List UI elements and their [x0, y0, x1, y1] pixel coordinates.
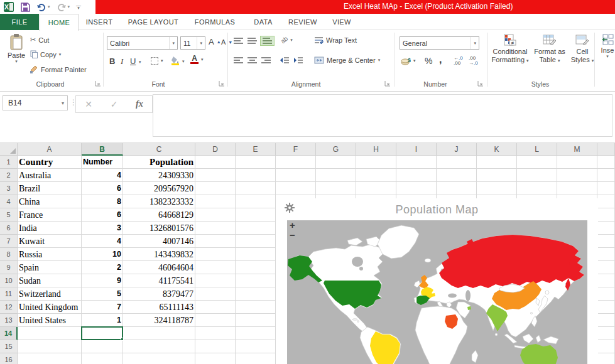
cell-A1[interactable]: Country	[19, 156, 80, 169]
save-button[interactable]	[21, 3, 30, 12]
row-header-12[interactable]: 12	[0, 301, 18, 314]
column-header-C[interactable]: C	[123, 143, 195, 156]
borders-button[interactable]: ▾	[151, 57, 163, 65]
cell-A5[interactable]: France	[19, 208, 80, 222]
row-header-4[interactable]: 4	[0, 195, 18, 208]
row-header-9[interactable]: 9	[0, 261, 18, 274]
format-as-table-dropdown-icon[interactable]: ▾	[558, 58, 560, 63]
customize-qat-button[interactable]: —▾	[76, 4, 81, 9]
cell-A11[interactable]: Switzerland	[19, 287, 80, 301]
cell-C11[interactable]: 8379477	[124, 287, 193, 301]
column-header-I[interactable]: I	[396, 143, 437, 156]
cell-A3[interactable]: Brazil	[19, 182, 80, 195]
cell-C8[interactable]: 143439832	[124, 248, 193, 261]
name-box[interactable]: B14 ▾	[3, 95, 68, 110]
cell-C3[interactable]: 209567920	[124, 182, 193, 195]
alignment-dialog-launcher[interactable]	[384, 80, 391, 87]
fill-color-button[interactable]: ▾	[171, 56, 185, 67]
cell-C9[interactable]: 46064604	[124, 261, 193, 274]
cell-A7[interactable]: Kuwait	[19, 235, 80, 248]
cell-A6[interactable]: India	[19, 222, 80, 235]
cut-button[interactable]: ✂ Cut	[30, 36, 49, 44]
number-format-select[interactable]: General▾	[400, 36, 479, 50]
align-left-button[interactable]	[233, 56, 244, 64]
paste-dropdown-icon[interactable]: ▾	[5, 59, 28, 64]
percent-style-button[interactable]: %	[425, 56, 432, 66]
font-family-select[interactable]: Calibri▾	[107, 36, 178, 50]
cell-B4[interactable]: 8	[83, 195, 121, 208]
undo-dropdown-icon[interactable]: ▾	[48, 4, 50, 9]
selected-cell-B14[interactable]	[81, 326, 123, 340]
column-header-E[interactable]: E	[236, 143, 276, 156]
underline-dropdown-icon[interactable]: ▾	[139, 60, 141, 65]
cell-B5[interactable]: 6	[83, 208, 121, 222]
cell-B6[interactable]: 3	[83, 222, 121, 235]
cell-C10[interactable]: 41175541	[124, 274, 193, 287]
country-kuwait[interactable]	[467, 306, 471, 310]
row-header-5[interactable]: 5	[0, 208, 18, 222]
tab-review[interactable]: REVIEW	[286, 14, 319, 30]
insert-function-icon[interactable]: fx	[136, 99, 143, 109]
row-header-1[interactable]: 1	[0, 156, 18, 169]
row-header-15[interactable]: 15	[0, 340, 18, 353]
cell-C12[interactable]: 65111143	[124, 301, 193, 314]
italic-button[interactable]: I	[121, 56, 123, 67]
undo-button[interactable]: ▾	[36, 3, 50, 11]
fill-color-dropdown-icon[interactable]: ▾	[182, 59, 185, 64]
cell-B13[interactable]: 1	[83, 314, 121, 327]
increase-font-button[interactable]: A▲	[209, 37, 221, 46]
underline-button[interactable]: U	[130, 56, 136, 66]
font-color-button[interactable]: A ▾	[190, 55, 204, 64]
cell-B1[interactable]: Number	[83, 156, 121, 169]
column-header-A[interactable]: A	[18, 143, 82, 156]
accounting-format-button[interactable]: $ ▾	[401, 56, 416, 65]
cell-B10[interactable]: 9	[83, 274, 121, 287]
tab-formulas[interactable]: FORMULAS	[190, 14, 240, 30]
conditional-formatting-dropdown-icon[interactable]: ▾	[526, 58, 529, 63]
align-top-button[interactable]	[233, 37, 244, 45]
wrap-text-button[interactable]: Wrap Text	[314, 36, 357, 44]
font-dialog-launcher[interactable]	[219, 80, 225, 87]
select-all-corner[interactable]	[0, 143, 18, 156]
column-header-M[interactable]: M	[557, 143, 597, 156]
cell-B12[interactable]: 7	[83, 301, 121, 314]
cell-A2[interactable]: Australia	[19, 169, 80, 182]
orientation-dropdown-icon[interactable]: ▾	[290, 38, 293, 43]
cell-A4[interactable]: China	[19, 195, 80, 208]
comma-style-button[interactable]: ,	[439, 54, 442, 65]
bold-button[interactable]: B	[109, 56, 115, 66]
font-color-dropdown-icon[interactable]: ▾	[201, 57, 204, 62]
decrease-decimal-button[interactable]: .00→.0	[469, 56, 478, 66]
column-header-H[interactable]: H	[356, 143, 396, 156]
column-header-F[interactable]: F	[276, 143, 316, 156]
format-as-table-button[interactable]: Format asTable ▾	[532, 34, 567, 65]
conditional-formatting-button[interactable]: ≠ ConditionalFormatting ▾	[491, 34, 529, 65]
column-header-B[interactable]: B	[82, 143, 123, 156]
cell-A10[interactable]: Sudan	[19, 274, 80, 287]
row-header-10[interactable]: 10	[0, 274, 18, 287]
row-header-14[interactable]: 14	[0, 327, 18, 340]
format-painter-button[interactable]: Format Painter	[30, 65, 87, 73]
number-dialog-launcher[interactable]	[477, 80, 484, 87]
cancel-entry-icon[interactable]: ✕	[85, 99, 92, 109]
cell-B2[interactable]: 4	[83, 169, 121, 182]
cell-A9[interactable]: Spain	[19, 261, 80, 274]
accounting-dropdown-icon[interactable]: ▾	[413, 58, 416, 63]
column-header-partial[interactable]	[597, 143, 615, 156]
row-header-3[interactable]: 3	[0, 182, 18, 195]
formula-input[interactable]	[153, 94, 612, 137]
name-box-dropdown-icon[interactable]: ▾	[58, 100, 67, 106]
font-size-select[interactable]: 11▾	[180, 36, 205, 50]
insert-cells-button[interactable]: Inse ▾	[598, 34, 615, 59]
cell-C1[interactable]: Population	[124, 156, 193, 169]
insert-dropdown-icon[interactable]: ▾	[598, 54, 615, 59]
row-header-8[interactable]: 8	[0, 248, 18, 261]
cell-A12[interactable]: United Kingdom	[19, 301, 80, 314]
decrease-indent-button[interactable]	[280, 56, 290, 64]
cell-B8[interactable]: 10	[83, 248, 121, 261]
clipboard-dialog-launcher[interactable]	[95, 80, 101, 87]
country-switzerland[interactable]	[431, 293, 435, 297]
cell-C5[interactable]: 64668129	[124, 208, 193, 222]
redo-button[interactable]: ▾	[57, 3, 70, 11]
row-header-7[interactable]: 7	[0, 235, 18, 248]
